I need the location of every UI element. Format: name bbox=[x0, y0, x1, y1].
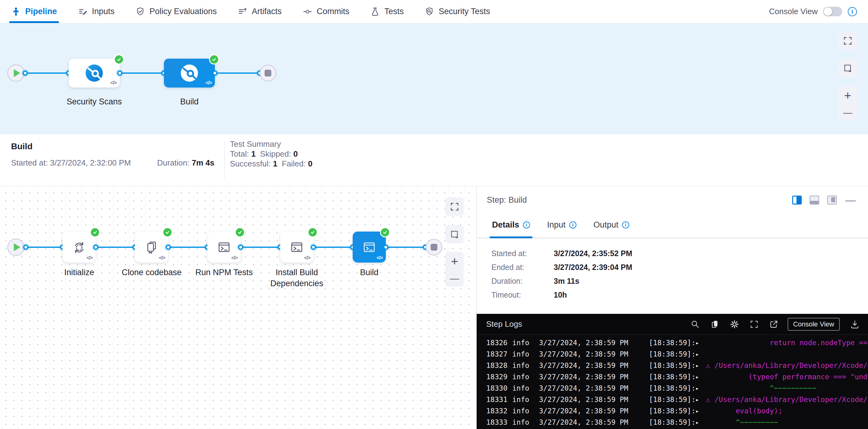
layout-split-right-icon[interactable] bbox=[792, 195, 802, 205]
detail-row: Started at: 3/27/2024, 2:35:52 PM bbox=[491, 247, 856, 261]
success-badge bbox=[209, 54, 219, 64]
divider bbox=[224, 141, 225, 178]
fullscreen-icon bbox=[843, 36, 852, 46]
info-icon[interactable]: i bbox=[622, 221, 629, 228]
step-node-initialize[interactable]: </> bbox=[63, 232, 96, 263]
edge-connector bbox=[23, 245, 29, 250]
layout-split-bottom-icon[interactable] bbox=[810, 195, 819, 205]
step-node-build[interactable]: </> bbox=[353, 232, 386, 263]
zoom-out-button[interactable]: — bbox=[843, 108, 852, 117]
tab-input[interactable]: Input i bbox=[546, 220, 578, 238]
console-view-button[interactable]: Console View bbox=[787, 318, 840, 331]
stage-node-security-scans[interactable]: </> bbox=[69, 59, 120, 88]
tab-details[interactable]: Details i bbox=[491, 220, 531, 238]
zoom-in-button[interactable]: + bbox=[844, 89, 851, 102]
test-summary: Test Summary Total: 1 Skipped: 0 Success… bbox=[230, 139, 312, 168]
expand-arrow-icon[interactable]: ▸ bbox=[695, 382, 706, 394]
step-node-install-build-dependencies[interactable]: </> bbox=[280, 232, 313, 263]
marquee-select-button[interactable] bbox=[445, 225, 464, 244]
zoom-controls: + — bbox=[445, 252, 464, 286]
download-icon[interactable] bbox=[850, 320, 859, 329]
edge-connector bbox=[23, 71, 28, 76]
code-icon: </> bbox=[159, 255, 165, 261]
detail-row: Timeout: 10h bbox=[491, 288, 856, 302]
console-view-toggle[interactable] bbox=[823, 7, 842, 16]
stage-end-node[interactable] bbox=[426, 239, 442, 255]
info-icon[interactable]: i bbox=[569, 221, 577, 228]
expand-arrow-icon[interactable]: ▸ bbox=[695, 417, 706, 428]
tab-policy-evaluations[interactable]: Policy Evaluations bbox=[135, 0, 217, 23]
pipeline-end-node[interactable] bbox=[260, 65, 276, 81]
code-icon: </> bbox=[304, 255, 310, 261]
log-line: 18329info3/27/2024, 2:38:59 PM[18:38:59]… bbox=[486, 371, 868, 382]
tab-commits[interactable]: Commits bbox=[303, 0, 350, 23]
pipeline-execution-page: Pipeline Inputs Policy Evaluations Artif… bbox=[0, 0, 868, 429]
step-label: Install Build Dependencies bbox=[257, 267, 337, 289]
pipeline-start-node[interactable] bbox=[7, 64, 25, 82]
expand-arrow-icon[interactable]: ▸ bbox=[695, 394, 706, 405]
edge-connector bbox=[383, 245, 389, 250]
fullscreen-icon bbox=[450, 202, 460, 212]
expand-canvas-button[interactable] bbox=[839, 32, 857, 50]
code-icon: </> bbox=[87, 255, 93, 261]
step-logs-output[interactable]: 18326info3/27/2024, 2:38:59 PM[18:38:59]… bbox=[477, 335, 868, 429]
step-label: Initialize bbox=[64, 267, 94, 278]
console-view-label: Console View bbox=[769, 7, 818, 16]
play-icon bbox=[14, 243, 20, 251]
artifacts-icon bbox=[238, 7, 247, 17]
stage-label: Build bbox=[180, 96, 198, 107]
zoom-out-button[interactable]: — bbox=[450, 274, 459, 283]
terminal-icon bbox=[216, 239, 232, 255]
log-line: 18332info3/27/2024, 2:38:59 PM[18:38:59]… bbox=[486, 405, 868, 417]
log-line: 18330info3/27/2024, 2:38:59 PM[18:38:59]… bbox=[486, 382, 868, 394]
step-details-panel: Step: Build — Details i Input i Output bbox=[476, 186, 868, 429]
marquee-select-button[interactable] bbox=[839, 59, 857, 78]
step-node-run-npm-tests[interactable]: </> bbox=[208, 232, 241, 263]
step-panel-header: Step: Build — bbox=[477, 186, 868, 213]
expand-arrow-icon[interactable]: ▸ bbox=[695, 405, 706, 417]
expand-arrow-icon[interactable]: ▸ bbox=[695, 360, 706, 371]
step-logs-header: Step Logs bbox=[477, 314, 868, 335]
success-badge bbox=[90, 227, 100, 237]
stage-start-node[interactable] bbox=[7, 239, 25, 256]
step-panel-tabs: Details i Input i Output i bbox=[477, 213, 868, 238]
expand-arrow-icon[interactable]: ▸ bbox=[695, 337, 706, 348]
tab-artifacts[interactable]: Artifacts bbox=[238, 0, 282, 23]
tab-inputs[interactable]: Inputs bbox=[78, 0, 115, 23]
layout-drawer-icon[interactable] bbox=[827, 195, 837, 205]
terminal-icon bbox=[361, 239, 377, 255]
expand-canvas-button[interactable] bbox=[445, 197, 464, 216]
edge-connector bbox=[166, 245, 171, 250]
tab-pipeline[interactable]: Pipeline bbox=[11, 0, 57, 23]
clone-codebase-icon bbox=[144, 239, 160, 255]
tab-security-tests[interactable]: Security Tests bbox=[425, 0, 490, 23]
stage-summary: Build Started at: 3/27/2024, 2:32:00 PM … bbox=[0, 134, 868, 186]
log-line: 18328info3/27/2024, 2:38:59 PM[18:38:59]… bbox=[486, 360, 868, 371]
code-icon: </> bbox=[206, 80, 212, 86]
tab-tests[interactable]: Tests bbox=[370, 0, 404, 23]
info-icon[interactable]: i bbox=[848, 7, 857, 16]
fullscreen-icon[interactable] bbox=[749, 320, 759, 329]
info-icon[interactable]: i bbox=[523, 221, 530, 228]
stop-icon bbox=[431, 244, 437, 251]
stage-graph-canvas[interactable]: </> </> Security Scans Build bbox=[0, 23, 868, 134]
log-line: 18333info3/27/2024, 2:38:59 PM[18:38:59]… bbox=[486, 417, 868, 428]
expand-arrow-icon[interactable]: ▸ bbox=[695, 348, 706, 360]
expand-arrow-icon[interactable]: ▸ bbox=[695, 371, 706, 382]
terminal-icon bbox=[289, 239, 305, 255]
success-badge bbox=[162, 227, 173, 237]
step-graph-canvas[interactable]: </> </> bbox=[0, 186, 476, 429]
commits-icon bbox=[303, 7, 312, 17]
tab-output[interactable]: Output i bbox=[592, 220, 630, 238]
step-panel-title: Step: Build bbox=[487, 195, 527, 205]
settings-gear-icon[interactable] bbox=[730, 320, 739, 329]
stage-node-build[interactable]: </> bbox=[164, 59, 215, 88]
open-in-new-icon[interactable] bbox=[769, 320, 778, 329]
search-icon[interactable] bbox=[691, 320, 700, 329]
step-details-list: Started at: 3/27/2024, 2:35:52 PM Ended … bbox=[491, 247, 856, 302]
zoom-in-button[interactable]: + bbox=[451, 255, 458, 268]
step-node-clone-codebase[interactable]: </> bbox=[135, 232, 168, 263]
test-summary-title: Test Summary bbox=[230, 139, 312, 149]
tab-label: Pipeline bbox=[25, 7, 57, 16]
copy-icon[interactable] bbox=[710, 320, 719, 329]
